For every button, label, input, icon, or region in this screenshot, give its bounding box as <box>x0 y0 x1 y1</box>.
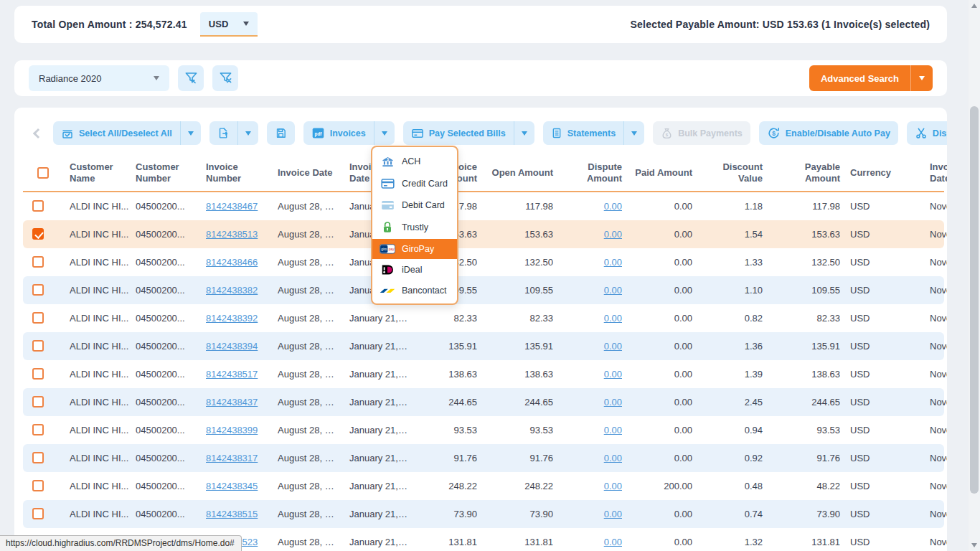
clear-filter-button[interactable] <box>212 65 238 91</box>
invoice-number-link[interactable]: 8142438317 <box>206 453 258 463</box>
table-row: ALDI INC HI...04500200...8142438467Augus… <box>23 192 944 220</box>
row-checkbox[interactable] <box>32 452 44 463</box>
discount-value-cell: 0.94 <box>697 425 768 435</box>
pay-selected-button[interactable]: Pay Selected Bills <box>403 121 534 145</box>
export-button[interactable] <box>209 121 258 145</box>
invoice-number-link[interactable]: 8142438515 <box>206 509 258 519</box>
column-header: Invoice Date <box>900 157 947 191</box>
payment-option-bancontact[interactable]: Bancontact <box>372 281 457 301</box>
invoice-number-link[interactable]: 8142438517 <box>206 369 258 380</box>
currency-cell: USD <box>845 257 900 268</box>
row-checkbox[interactable] <box>32 508 44 519</box>
invoice-number-link[interactable]: 8142438467 <box>206 201 258 212</box>
dispute-label: Dispute <box>933 128 947 138</box>
scroll-up-icon[interactable] <box>971 4 977 8</box>
invoice-date-cell: August 28, … <box>273 425 344 435</box>
payment-option-credit-card[interactable]: Credit Card <box>372 173 457 194</box>
customer-number-cell: 04500200... <box>131 229 201 240</box>
customer-number-cell: 04500200... <box>131 481 201 491</box>
dispute-amount-link[interactable]: 0.00 <box>604 509 622 519</box>
discount-value-cell: 1.33 <box>697 257 768 268</box>
advanced-search-button[interactable]: Advanced Search <box>809 65 933 91</box>
currency-select[interactable]: USD <box>200 12 258 37</box>
dispute-amount-cell: 0.00 <box>558 397 627 408</box>
advanced-search-caret[interactable] <box>911 65 933 91</box>
due-date-cell: January 21,… <box>344 425 407 435</box>
pay-selected-caret[interactable] <box>514 121 534 145</box>
dispute-amount-link[interactable]: 0.00 <box>604 397 622 408</box>
scroll-down-icon[interactable] <box>971 543 977 547</box>
invoices-button[interactable]: pdfInvoices <box>303 121 395 145</box>
payment-option-debit-card[interactable]: Debit Card <box>372 194 457 216</box>
dispute-amount-link[interactable]: 0.00 <box>604 257 622 268</box>
row-checkbox[interactable] <box>32 340 44 352</box>
row-checkbox[interactable] <box>32 312 44 324</box>
export-caret[interactable] <box>238 121 258 145</box>
customer-number-cell: 04500200... <box>131 509 201 519</box>
invoice-number-cell: 8142438394 <box>201 341 273 352</box>
invoice-number-link[interactable]: 8142438345 <box>206 481 258 491</box>
payment-option-ach[interactable]: $ACH <box>372 150 457 173</box>
invoices-caret[interactable] <box>374 121 395 145</box>
row-checkbox-cell <box>23 480 65 491</box>
column-header-label: Invoice Number <box>206 161 268 185</box>
chevron-down-icon <box>631 131 637 136</box>
open-amount-cell: 82.33 <box>482 313 558 324</box>
statements-caret[interactable] <box>624 121 644 145</box>
due-date-cell: January 21,… <box>344 509 407 519</box>
row-checkbox[interactable] <box>32 284 44 296</box>
apply-filter-button[interactable] <box>178 65 204 91</box>
statements-button[interactable]: Statements <box>543 121 644 145</box>
row-checkbox[interactable] <box>32 200 44 212</box>
dispute-amount-link[interactable]: 0.00 <box>604 481 622 491</box>
payment-option-trustly[interactable]: Trustly <box>372 216 457 239</box>
select-all-checkbox[interactable] <box>37 167 49 179</box>
last-date-cell: Nove <box>900 257 947 268</box>
bulk-payments-label: Bulk Payments <box>678 128 743 138</box>
saved-filter-select[interactable]: Radiance 2020 <box>29 65 169 91</box>
row-checkbox[interactable] <box>32 228 44 240</box>
dispute-button[interactable]: Dispute <box>907 121 947 145</box>
invoice-number-link[interactable]: 8142438466 <box>206 257 258 268</box>
dispute-amount-link[interactable]: 0.00 <box>604 229 622 240</box>
select-all-button[interactable]: Select All/Deselect All <box>53 121 201 145</box>
row-checkbox[interactable] <box>32 480 44 491</box>
save-button[interactable] <box>267 121 295 145</box>
currency-cell: USD <box>845 313 900 324</box>
dispute-amount-link[interactable]: 0.00 <box>604 201 622 212</box>
invoice-amount-cell: 135.91 <box>407 341 482 352</box>
dispute-amount-link[interactable]: 0.00 <box>604 537 622 547</box>
row-checkbox[interactable] <box>32 424 44 435</box>
invoice-number-link[interactable]: 8142438394 <box>206 341 258 352</box>
svg-text:giro: giro <box>381 248 387 251</box>
invoice-number-link[interactable]: 8142438382 <box>206 285 258 296</box>
page-scrollbar[interactable] <box>969 0 980 551</box>
dispute-amount-link[interactable]: 0.00 <box>604 369 622 380</box>
auto-pay-button[interactable]: $Enable/Disable Auto Pay <box>759 121 898 145</box>
invoice-number-cell: 8142438437 <box>201 397 273 408</box>
invoice-number-link[interactable]: 8142438437 <box>206 397 258 408</box>
row-checkbox[interactable] <box>32 368 44 380</box>
row-checkbox[interactable] <box>32 256 44 268</box>
svg-text:pdf: pdf <box>314 131 322 137</box>
column-header-label: Discount Value <box>702 161 763 185</box>
dispute-amount-link[interactable]: 0.00 <box>604 425 622 435</box>
dispute-amount-link[interactable]: 0.00 <box>604 341 622 352</box>
invoice-number-link[interactable]: 8142438399 <box>206 425 258 435</box>
toolbar-prev-button[interactable] <box>32 127 44 140</box>
dispute-amount-link[interactable]: 0.00 <box>604 453 622 463</box>
payment-option-giropay[interactable]: giropayGiroPay <box>372 239 457 259</box>
row-checkbox[interactable] <box>32 396 44 408</box>
scrollbar-thumb[interactable] <box>970 106 979 494</box>
invoice-number-link[interactable]: 8142438392 <box>206 313 258 324</box>
invoice-date-cell: August 28, … <box>273 509 344 519</box>
payable-amount-cell: 82.33 <box>768 313 845 324</box>
payment-option-ideal[interactable]: iDeal <box>372 259 457 281</box>
column-header: Customer Name <box>65 157 131 191</box>
select-all-caret[interactable] <box>181 121 201 145</box>
giropay-logo-icon: giropay <box>380 244 395 254</box>
dispute-amount-link[interactable]: 0.00 <box>604 313 622 324</box>
dispute-amount-cell: 0.00 <box>558 453 627 463</box>
dispute-amount-link[interactable]: 0.00 <box>604 285 622 296</box>
invoice-number-link[interactable]: 8142438513 <box>206 229 258 240</box>
